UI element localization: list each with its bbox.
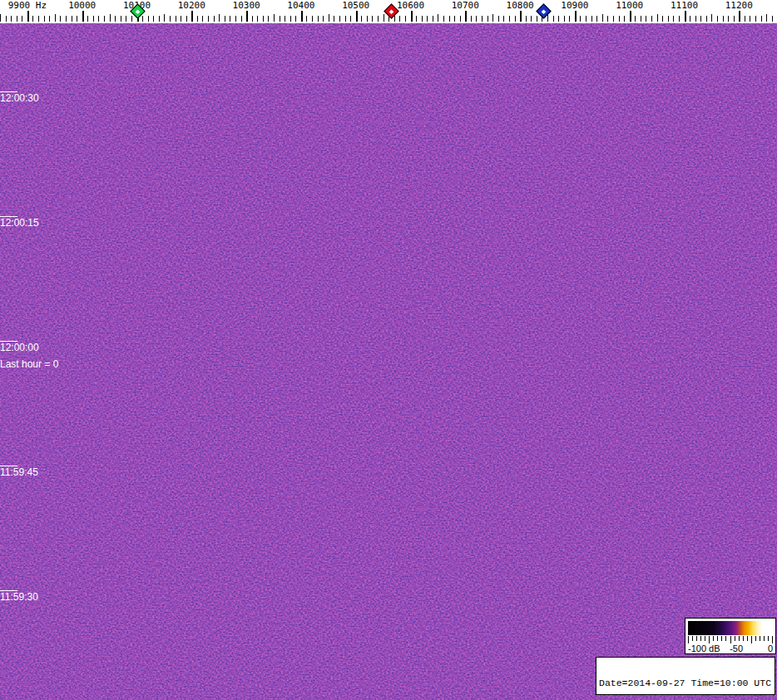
ruler-tick (142, 16, 143, 22)
ruler-tick (766, 14, 767, 22)
ruler-tick (384, 14, 384, 22)
ruler-tick (98, 16, 99, 22)
ruler-tick (17, 16, 17, 22)
ruler-tick (624, 16, 625, 22)
blue-marker-icon (536, 3, 551, 18)
ruler-tick (443, 16, 444, 22)
ruler-tick (454, 16, 455, 22)
ruler-label: 10300 (233, 0, 260, 11)
colorbar-tick (739, 636, 740, 641)
ruler-tick (49, 16, 50, 22)
ruler-tick (433, 16, 433, 22)
ruler-tick (27, 11, 29, 22)
ruler-tick (110, 14, 111, 22)
ruler-tick (66, 16, 67, 22)
ruler-label: 10500 (342, 0, 369, 11)
ruler-tick (416, 16, 417, 22)
ruler-tick (602, 14, 603, 22)
ruler-tick (295, 16, 296, 22)
ruler-tick (274, 14, 275, 22)
time-label: 12:00:30 (0, 93, 39, 104)
ruler-label: 11000 (616, 0, 643, 11)
colorbar-tick (747, 636, 748, 641)
ruler-tick (230, 16, 230, 22)
colorbar-legend: -100 dB -50 0 (685, 618, 776, 654)
ruler-tick (460, 16, 461, 22)
ruler-tick (246, 11, 248, 22)
colorbar-tick (717, 636, 718, 641)
ruler-tick (285, 16, 285, 22)
ruler-tick (44, 16, 45, 22)
ruler-tick (503, 16, 504, 22)
ruler-tick (214, 16, 215, 22)
ruler-tick (394, 16, 395, 22)
ruler-tick (87, 16, 88, 22)
ruler-tick (657, 14, 658, 22)
ruler-tick (367, 16, 368, 22)
ruler-label: 10000 (68, 0, 96, 11)
ruler-tick (164, 14, 165, 22)
ruler-tick (60, 16, 61, 22)
ruler-tick (339, 16, 340, 22)
time-label: 11:59:30 (0, 592, 38, 603)
ruler-tick (482, 16, 483, 22)
ruler-tick (728, 16, 729, 22)
ruler-tick (438, 14, 438, 22)
ruler-tick (411, 11, 413, 22)
ruler-tick (361, 16, 362, 22)
ruler-tick (290, 16, 291, 22)
colorbar-gradient (688, 621, 773, 635)
ruler-label: 10900 (561, 0, 588, 11)
ruler-tick (492, 14, 493, 22)
ruler-tick (641, 16, 641, 22)
ruler-tick (241, 16, 242, 22)
ruler-tick (422, 16, 423, 22)
ruler-label: 11100 (671, 0, 698, 11)
ruler-tick (345, 16, 346, 22)
ruler-tick (662, 16, 663, 22)
ruler-tick (690, 16, 690, 22)
ruler-tick (711, 14, 712, 22)
ruler-tick (0, 14, 1, 22)
ruler-tick (55, 14, 56, 22)
ruler-tick (515, 16, 516, 22)
ruler-tick (635, 16, 636, 22)
colorbar-tick (721, 636, 722, 641)
ruler-tick (668, 16, 669, 22)
ruler-tick (252, 16, 253, 22)
ruler-tick (32, 16, 33, 22)
ruler-tick (465, 11, 467, 22)
colorbar-labels: -100 dB -50 0 (688, 643, 773, 653)
colorbar-tick (692, 636, 693, 641)
colorbar-label-mid: -50 (730, 643, 743, 653)
ruler-label: 11200 (725, 0, 753, 11)
ruler-tick (586, 16, 586, 22)
ruler-tick (306, 16, 307, 22)
ruler-tick (498, 16, 499, 22)
ruler-tick (673, 16, 674, 22)
ruler-tick (170, 16, 171, 22)
ruler-tick (646, 16, 646, 22)
ruler-tick (449, 16, 450, 22)
ruler-tick (427, 16, 428, 22)
ruler-tick (372, 16, 373, 22)
ruler-tick (22, 16, 22, 22)
meteor-waterfall-screen: 9900 Hz100001010010200103001040010500106… (0, 0, 777, 700)
ruler-tick (181, 16, 181, 22)
marker-core (542, 9, 547, 14)
ruler-tick (268, 16, 269, 22)
ruler-tick (476, 16, 477, 22)
ruler-tick (520, 11, 522, 22)
colorbar-label-max: 0 (768, 643, 773, 653)
ruler-tick (487, 16, 488, 22)
ruler-tick (399, 16, 400, 22)
ruler-tick (225, 16, 225, 22)
colorbar-tick (735, 636, 735, 641)
ruler-tick (685, 11, 686, 22)
ruler-label: 10800 (507, 0, 534, 11)
ruler-tick (115, 16, 116, 22)
colorbar-tick (764, 636, 765, 641)
ruler-tick (235, 16, 236, 22)
ruler-tick (723, 16, 724, 22)
ruler-tick (596, 16, 597, 22)
